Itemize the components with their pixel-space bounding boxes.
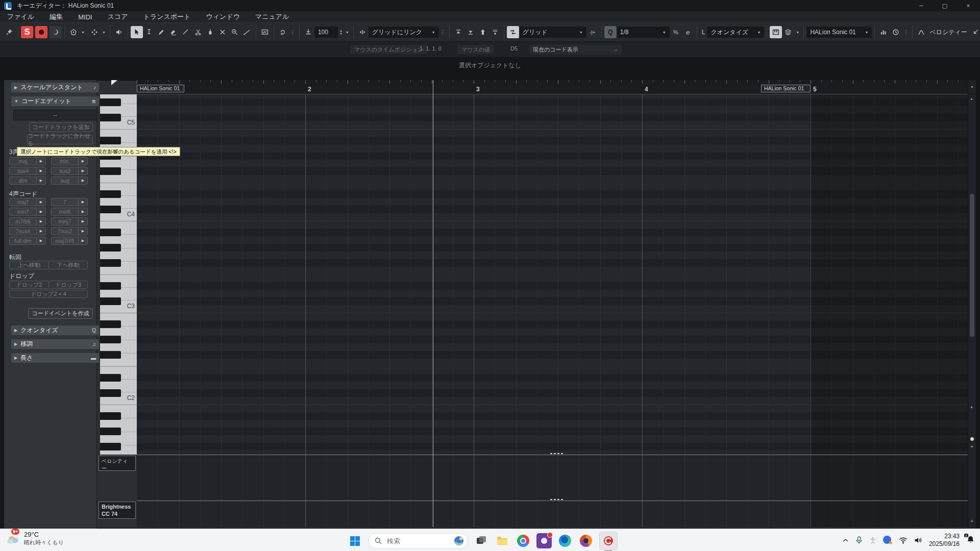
scroll-down-icon[interactable]: ▼: [970, 406, 973, 409]
drop2-4-button[interactable]: ドロップ2 + 4: [9, 290, 88, 298]
chord-button-dim[interactable]: dim▶: [9, 177, 46, 185]
chord-arrow-icon[interactable]: ▶: [36, 158, 45, 165]
app-tray-icon[interactable]: [883, 536, 892, 545]
open-in-window-icon[interactable]: [969, 26, 980, 38]
menu-item-0[interactable]: ファイル: [7, 12, 34, 21]
chord-arrow-icon[interactable]: ▶: [36, 177, 45, 184]
cc-lane-label[interactable]: BrightnessCC 74: [99, 502, 136, 519]
note-grid[interactable]: [137, 94, 968, 455]
accessibility-icon[interactable]: [869, 537, 876, 544]
move-down-button[interactable]: 下へ移動: [48, 261, 88, 269]
pitch-visibility-icon[interactable]: [770, 26, 782, 38]
quantize-icon[interactable]: Q: [604, 26, 617, 38]
velocity-lane-label[interactable]: ベロシティー: [99, 456, 136, 471]
chord-button-sus4[interactable]: sus4▶: [9, 167, 46, 175]
black-key[interactable]: [100, 282, 121, 290]
black-key[interactable]: [100, 374, 121, 382]
trim-line-tool[interactable]: [180, 26, 192, 38]
black-key[interactable]: [100, 412, 121, 420]
section-transpose[interactable]: ▶移調♫: [11, 339, 99, 349]
chord-button-aug[interactable]: aug▶: [51, 177, 88, 185]
chord-button-sus2[interactable]: sus2▶: [51, 167, 88, 175]
section-chord-edit[interactable]: ▼コードエディット≣: [11, 96, 99, 106]
nudge-settings-icon[interactable]: [489, 26, 501, 38]
add-chord-track-button[interactable]: コードトラックを追加: [29, 122, 93, 132]
chord-arrow-icon[interactable]: ▶: [36, 198, 45, 206]
line-tool[interactable]: [241, 26, 253, 38]
media-app-icon[interactable]: [536, 533, 552, 548]
visibility-caret[interactable]: ▼: [794, 31, 801, 34]
menu-item-3[interactable]: スコア: [108, 12, 128, 21]
chord-button-7sus2[interactable]: 7sus2▶: [51, 227, 88, 235]
start-button[interactable]: [347, 533, 362, 548]
controller-lane-icon[interactable]: [915, 26, 927, 38]
create-chord-event-button[interactable]: コードイベントを作成: [28, 308, 93, 319]
velocity-lane-divider[interactable]: [137, 455, 968, 455]
task-view-icon[interactable]: [474, 533, 489, 548]
chord-arrow-icon[interactable]: ▶: [78, 208, 87, 215]
notification-bell-icon[interactable]: z: [966, 535, 975, 546]
chord-arrow-icon[interactable]: ▶: [36, 208, 45, 215]
black-key[interactable]: [100, 443, 121, 450]
black-key[interactable]: [100, 351, 121, 359]
section-scale-assistant[interactable]: ▶スケールアシスタント♪: [11, 83, 99, 92]
part-menu-dots[interactable]: ⋮: [902, 29, 910, 36]
chrome-icon[interactable]: [516, 533, 531, 548]
chord-arrow-icon[interactable]: ▶: [36, 167, 45, 174]
section-quantize[interactable]: ▶クオンタイズQ: [11, 325, 99, 335]
insert-velocity-caret[interactable]: ▼: [344, 31, 351, 34]
ruler-options-button[interactable]: ▼: [968, 80, 976, 94]
black-key[interactable]: [100, 190, 121, 198]
chord-arrow-icon[interactable]: ▶: [78, 237, 87, 244]
multi-part-icon[interactable]: [877, 26, 890, 38]
close-button[interactable]: ×: [957, 0, 980, 11]
file-explorer-icon[interactable]: [495, 533, 510, 548]
midi-input-icon[interactable]: [50, 26, 62, 38]
scroll-up-icon[interactable]: ▲: [970, 97, 973, 101]
vertical-scrollbar[interactable]: ▼ ▲ ▼ + +: [968, 80, 976, 529]
glue-tool[interactable]: [204, 26, 216, 38]
timeline-ruler[interactable]: 2345HALion Sonic 01HALion Sonic 01: [137, 80, 968, 94]
maximize-button[interactable]: ▢: [933, 0, 957, 11]
microphone-icon[interactable]: [855, 536, 863, 544]
zoom-in-horizontal-icon[interactable]: +: [970, 518, 973, 524]
menu-item-4[interactable]: トランスポート: [143, 12, 191, 21]
drop2-button[interactable]: ドロップ2: [9, 281, 49, 289]
nudge-start-left-icon[interactable]: [452, 26, 464, 38]
wifi-icon[interactable]: [899, 537, 908, 544]
quantize-panel-icon[interactable]: e: [682, 26, 694, 38]
black-key[interactable]: [100, 98, 121, 106]
cc-lane[interactable]: [137, 501, 968, 527]
black-key[interactable]: [100, 259, 121, 267]
black-key[interactable]: [100, 336, 121, 343]
quantize-preset-select[interactable]: 1/8▼: [617, 27, 670, 38]
cc-lane-divider[interactable]: [137, 500, 968, 501]
black-key[interactable]: [100, 137, 121, 144]
chord-button-fulldim[interactable]: full dim▶: [9, 237, 46, 245]
drop3-button[interactable]: ドロップ3: [48, 281, 88, 289]
chord-button-minj7[interactable]: minj7▶: [51, 217, 88, 226]
black-key[interactable]: [100, 244, 121, 252]
cubase-taskbar-icon[interactable]: [599, 532, 618, 550]
chord-button-min6[interactable]: min6▶: [51, 208, 88, 216]
zoom-tool[interactable]: [229, 26, 241, 38]
move-up-button[interactable]: 上へ移動: [9, 261, 49, 269]
edge-icon[interactable]: [557, 533, 573, 548]
draw-tool[interactable]: [155, 26, 167, 38]
link-grid-menu-dots[interactable]: ⋮: [439, 29, 447, 36]
nudge-start-right-icon[interactable]: [464, 26, 477, 38]
chord-button-maj[interactable]: maj▶: [9, 157, 46, 165]
chord-arrow-icon[interactable]: ▶: [78, 218, 87, 225]
lane-resize-handle[interactable]: [550, 499, 564, 500]
part-start-label[interactable]: HALion Sonic 01: [137, 85, 184, 92]
event-layers-icon[interactable]: [782, 26, 794, 38]
link-grid-select[interactable]: グリッドにリンク▼: [369, 27, 439, 38]
speaker-icon[interactable]: [914, 537, 922, 544]
grid-type-icon[interactable]: -|+: [586, 26, 599, 38]
black-key[interactable]: [100, 114, 121, 121]
black-key[interactable]: [100, 389, 121, 397]
link-grid-icon[interactable]: [356, 26, 369, 38]
event-filter-icon[interactable]: [67, 26, 80, 38]
step-input-record-button[interactable]: [35, 26, 47, 38]
insert-velocity-field[interactable]: 100: [314, 27, 338, 38]
